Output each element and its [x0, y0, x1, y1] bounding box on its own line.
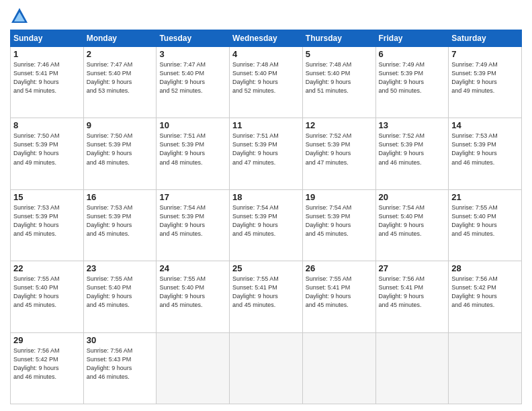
day-info: Sunrise: 7:55 AM Sunset: 5:41 PM Dayligh…	[232, 275, 300, 310]
calendar-cell: 30Sunrise: 7:56 AM Sunset: 5:43 PM Dayli…	[83, 332, 157, 404]
calendar-header-row: SundayMondayTuesdayWednesdayThursdayFrid…	[11, 30, 522, 47]
calendar-cell: 7Sunrise: 7:49 AM Sunset: 5:39 PM Daylig…	[449, 47, 522, 118]
day-info: Sunrise: 7:50 AM Sunset: 5:39 PM Dayligh…	[87, 132, 154, 167]
day-info: Sunrise: 7:52 AM Sunset: 5:39 PM Dayligh…	[379, 132, 446, 167]
day-number: 29	[13, 335, 81, 345]
header	[10, 7, 522, 26]
day-info: Sunrise: 7:53 AM Sunset: 5:39 PM Dayligh…	[87, 203, 154, 238]
calendar-week-row: 1Sunrise: 7:46 AM Sunset: 5:41 PM Daylig…	[11, 47, 522, 118]
calendar: SundayMondayTuesdayWednesdayThursdayFrid…	[10, 30, 522, 404]
day-info: Sunrise: 7:48 AM Sunset: 5:40 PM Dayligh…	[306, 60, 373, 95]
day-info: Sunrise: 7:54 AM Sunset: 5:39 PM Dayligh…	[232, 203, 300, 238]
day-number: 10	[159, 120, 226, 130]
day-number: 13	[379, 120, 446, 130]
day-number: 23	[87, 263, 154, 273]
day-info: Sunrise: 7:51 AM Sunset: 5:39 PM Dayligh…	[232, 132, 300, 167]
calendar-cell: 17Sunrise: 7:54 AM Sunset: 5:39 PM Dayli…	[157, 189, 230, 261]
day-info: Sunrise: 7:55 AM Sunset: 5:40 PM Dayligh…	[13, 275, 81, 310]
calendar-cell	[302, 332, 375, 404]
day-info: Sunrise: 7:54 AM Sunset: 5:39 PM Dayligh…	[306, 203, 373, 238]
calendar-week-row: 8Sunrise: 7:50 AM Sunset: 5:39 PM Daylig…	[11, 118, 522, 189]
day-info: Sunrise: 7:49 AM Sunset: 5:39 PM Dayligh…	[379, 60, 446, 95]
day-info: Sunrise: 7:47 AM Sunset: 5:40 PM Dayligh…	[87, 60, 154, 95]
day-number: 3	[159, 49, 226, 59]
calendar-cell: 1Sunrise: 7:46 AM Sunset: 5:41 PM Daylig…	[11, 47, 84, 118]
day-info: Sunrise: 7:55 AM Sunset: 5:40 PM Dayligh…	[159, 275, 226, 310]
day-info: Sunrise: 7:47 AM Sunset: 5:40 PM Dayligh…	[159, 60, 226, 95]
day-number: 21	[451, 192, 519, 202]
day-number: 30	[87, 335, 154, 345]
day-number: 9	[87, 120, 154, 130]
day-number: 17	[159, 192, 226, 202]
day-info: Sunrise: 7:56 AM Sunset: 5:43 PM Dayligh…	[87, 347, 154, 381]
day-info: Sunrise: 7:48 AM Sunset: 5:40 PM Dayligh…	[232, 60, 300, 95]
day-number: 27	[379, 263, 446, 273]
calendar-week-row: 29Sunrise: 7:56 AM Sunset: 5:42 PM Dayli…	[11, 332, 522, 404]
calendar-cell: 15Sunrise: 7:53 AM Sunset: 5:39 PM Dayli…	[11, 189, 84, 261]
day-info: Sunrise: 7:56 AM Sunset: 5:42 PM Dayligh…	[451, 275, 519, 310]
day-info: Sunrise: 7:55 AM Sunset: 5:40 PM Dayligh…	[451, 203, 519, 238]
calendar-cell: 26Sunrise: 7:55 AM Sunset: 5:41 PM Dayli…	[302, 261, 375, 332]
calendar-week-row: 22Sunrise: 7:55 AM Sunset: 5:40 PM Dayli…	[11, 261, 522, 332]
day-info: Sunrise: 7:53 AM Sunset: 5:39 PM Dayligh…	[451, 132, 519, 167]
calendar-cell: 11Sunrise: 7:51 AM Sunset: 5:39 PM Dayli…	[230, 118, 303, 189]
day-number: 12	[306, 120, 373, 130]
day-number: 26	[306, 263, 373, 273]
calendar-cell	[449, 332, 522, 404]
day-number: 15	[13, 192, 81, 202]
day-number: 28	[451, 263, 519, 273]
logo-icon	[10, 7, 29, 26]
day-number: 11	[232, 120, 300, 130]
day-info: Sunrise: 7:50 AM Sunset: 5:39 PM Dayligh…	[13, 132, 81, 167]
day-number: 4	[232, 49, 300, 59]
calendar-cell: 9Sunrise: 7:50 AM Sunset: 5:39 PM Daylig…	[83, 118, 157, 189]
day-info: Sunrise: 7:51 AM Sunset: 5:39 PM Dayligh…	[159, 132, 226, 167]
day-number: 2	[87, 49, 154, 59]
day-number: 19	[306, 192, 373, 202]
day-number: 8	[13, 120, 81, 130]
page: SundayMondayTuesdayWednesdayThursdayFrid…	[0, 0, 532, 411]
calendar-cell: 22Sunrise: 7:55 AM Sunset: 5:40 PM Dayli…	[11, 261, 84, 332]
day-number: 25	[232, 263, 300, 273]
calendar-cell	[157, 332, 230, 404]
calendar-cell: 14Sunrise: 7:53 AM Sunset: 5:39 PM Dayli…	[449, 118, 522, 189]
calendar-cell	[230, 332, 303, 404]
calendar-cell: 18Sunrise: 7:54 AM Sunset: 5:39 PM Dayli…	[230, 189, 303, 261]
day-info: Sunrise: 7:54 AM Sunset: 5:40 PM Dayligh…	[379, 203, 446, 238]
calendar-week-row: 15Sunrise: 7:53 AM Sunset: 5:39 PM Dayli…	[11, 189, 522, 261]
day-number: 14	[451, 120, 519, 130]
calendar-cell: 13Sunrise: 7:52 AM Sunset: 5:39 PM Dayli…	[375, 118, 449, 189]
day-header: Sunday	[11, 30, 84, 47]
day-number: 22	[13, 263, 81, 273]
day-info: Sunrise: 7:52 AM Sunset: 5:39 PM Dayligh…	[306, 132, 373, 167]
calendar-cell: 12Sunrise: 7:52 AM Sunset: 5:39 PM Dayli…	[302, 118, 375, 189]
calendar-cell: 6Sunrise: 7:49 AM Sunset: 5:39 PM Daylig…	[375, 47, 449, 118]
day-header: Wednesday	[230, 30, 303, 47]
day-info: Sunrise: 7:54 AM Sunset: 5:39 PM Dayligh…	[159, 203, 226, 238]
day-number: 1	[13, 49, 81, 59]
day-number: 5	[306, 49, 373, 59]
calendar-cell: 10Sunrise: 7:51 AM Sunset: 5:39 PM Dayli…	[157, 118, 230, 189]
day-info: Sunrise: 7:55 AM Sunset: 5:41 PM Dayligh…	[306, 275, 373, 310]
day-info: Sunrise: 7:53 AM Sunset: 5:39 PM Dayligh…	[13, 203, 81, 238]
day-number: 6	[379, 49, 446, 59]
day-header: Saturday	[449, 30, 522, 47]
day-number: 16	[87, 192, 154, 202]
day-number: 20	[379, 192, 446, 202]
calendar-cell: 23Sunrise: 7:55 AM Sunset: 5:40 PM Dayli…	[83, 261, 157, 332]
calendar-cell: 16Sunrise: 7:53 AM Sunset: 5:39 PM Dayli…	[83, 189, 157, 261]
day-number: 24	[159, 263, 226, 273]
day-header: Monday	[83, 30, 157, 47]
calendar-cell: 3Sunrise: 7:47 AM Sunset: 5:40 PM Daylig…	[157, 47, 230, 118]
calendar-cell: 5Sunrise: 7:48 AM Sunset: 5:40 PM Daylig…	[302, 47, 375, 118]
calendar-cell: 24Sunrise: 7:55 AM Sunset: 5:40 PM Dayli…	[157, 261, 230, 332]
day-header: Tuesday	[157, 30, 230, 47]
day-info: Sunrise: 7:55 AM Sunset: 5:40 PM Dayligh…	[87, 275, 154, 310]
calendar-cell: 20Sunrise: 7:54 AM Sunset: 5:40 PM Dayli…	[375, 189, 449, 261]
calendar-cell: 29Sunrise: 7:56 AM Sunset: 5:42 PM Dayli…	[11, 332, 84, 404]
day-info: Sunrise: 7:56 AM Sunset: 5:41 PM Dayligh…	[379, 275, 446, 310]
day-header: Friday	[375, 30, 449, 47]
calendar-cell: 19Sunrise: 7:54 AM Sunset: 5:39 PM Dayli…	[302, 189, 375, 261]
calendar-cell: 21Sunrise: 7:55 AM Sunset: 5:40 PM Dayli…	[449, 189, 522, 261]
calendar-cell: 4Sunrise: 7:48 AM Sunset: 5:40 PM Daylig…	[230, 47, 303, 118]
